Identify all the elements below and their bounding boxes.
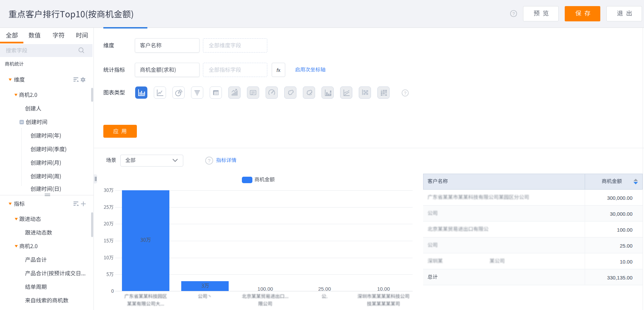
- svg-text:?: ?: [512, 11, 515, 16]
- svg-text:?: ?: [208, 158, 211, 163]
- svg-text:?: ?: [404, 91, 406, 96]
